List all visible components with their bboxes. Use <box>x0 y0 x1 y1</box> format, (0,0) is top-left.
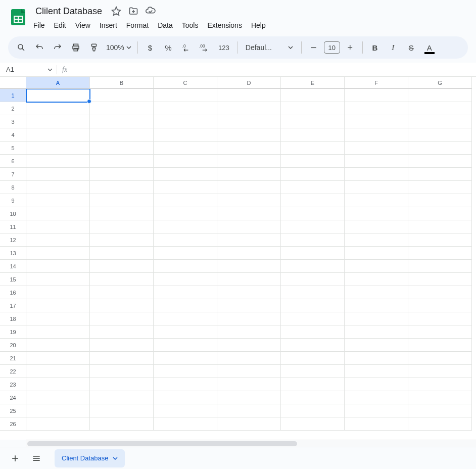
zoom-dropdown[interactable]: 100% <box>104 43 133 52</box>
col-header[interactable]: D <box>217 77 281 89</box>
cell[interactable] <box>345 391 408 404</box>
cell[interactable] <box>90 155 154 168</box>
cell[interactable] <box>217 194 281 207</box>
cell[interactable] <box>90 115 154 128</box>
cell[interactable] <box>90 181 154 194</box>
cell[interactable] <box>408 325 472 339</box>
add-sheet-button[interactable] <box>6 449 24 467</box>
cell[interactable] <box>90 352 154 365</box>
cell[interactable] <box>154 260 217 273</box>
cell[interactable] <box>281 102 345 115</box>
cell[interactable] <box>281 299 345 312</box>
row-header[interactable]: 22 <box>0 365 26 378</box>
cell[interactable] <box>26 247 90 260</box>
italic-button[interactable]: I <box>385 39 401 56</box>
name-box[interactable]: A1 <box>0 66 57 73</box>
cell[interactable] <box>217 339 281 352</box>
cell[interactable] <box>154 89 217 102</box>
cell[interactable] <box>90 89 154 102</box>
cell[interactable] <box>217 260 281 273</box>
row-header[interactable]: 7 <box>0 168 26 181</box>
all-sheets-button[interactable] <box>27 449 45 467</box>
cell[interactable] <box>281 247 345 260</box>
formula-input[interactable] <box>72 63 476 76</box>
cell[interactable] <box>281 352 345 365</box>
row-header[interactable]: 21 <box>0 352 26 365</box>
cell[interactable] <box>281 286 345 299</box>
cell[interactable] <box>281 168 345 181</box>
menu-extensions[interactable]: Extensions <box>203 19 246 31</box>
cell[interactable] <box>26 168 90 181</box>
cell[interactable] <box>154 220 217 233</box>
cell[interactable] <box>217 142 281 155</box>
cell[interactable] <box>217 220 281 233</box>
row-header[interactable]: 14 <box>0 260 26 273</box>
cell[interactable] <box>408 207 472 220</box>
row-header[interactable]: 9 <box>0 194 26 207</box>
cell[interactable] <box>90 233 154 247</box>
col-header[interactable]: F <box>345 77 408 89</box>
cell[interactable] <box>217 325 281 339</box>
currency-button[interactable]: $ <box>142 39 158 56</box>
cell[interactable] <box>217 115 281 128</box>
cell[interactable] <box>408 233 472 247</box>
cell[interactable] <box>408 247 472 260</box>
cell[interactable] <box>281 181 345 194</box>
cell[interactable] <box>281 312 345 325</box>
cell[interactable] <box>345 404 408 417</box>
cell[interactable] <box>154 168 217 181</box>
cell[interactable] <box>281 378 345 391</box>
row-header[interactable]: 20 <box>0 339 26 352</box>
cell[interactable] <box>26 299 90 312</box>
row-header[interactable]: 23 <box>0 378 26 391</box>
row-header[interactable]: 15 <box>0 273 26 286</box>
cell[interactable] <box>217 299 281 312</box>
cell[interactable] <box>26 339 90 352</box>
row-header[interactable]: 8 <box>0 181 26 194</box>
cell[interactable] <box>408 417 472 431</box>
cell[interactable] <box>154 155 217 168</box>
scrollbar-thumb[interactable] <box>27 441 297 446</box>
cell[interactable] <box>408 286 472 299</box>
cell[interactable] <box>26 194 90 207</box>
cell[interactable] <box>217 391 281 404</box>
cell[interactable] <box>345 299 408 312</box>
cell[interactable] <box>408 339 472 352</box>
cell[interactable] <box>26 378 90 391</box>
cell[interactable] <box>90 378 154 391</box>
row-header[interactable]: 10 <box>0 207 26 220</box>
cell[interactable] <box>281 404 345 417</box>
cell[interactable] <box>217 286 281 299</box>
row-header[interactable]: 12 <box>0 233 26 247</box>
undo-icon[interactable] <box>31 39 47 56</box>
cell[interactable] <box>217 378 281 391</box>
cell[interactable] <box>281 142 345 155</box>
move-folder-icon[interactable] <box>127 5 139 17</box>
cell[interactable] <box>90 299 154 312</box>
cell[interactable] <box>154 102 217 115</box>
cell[interactable] <box>217 207 281 220</box>
cell[interactable] <box>281 155 345 168</box>
cell[interactable] <box>345 339 408 352</box>
cell[interactable] <box>26 128 90 142</box>
cell[interactable] <box>345 352 408 365</box>
cell[interactable] <box>345 325 408 339</box>
cell[interactable] <box>26 89 90 102</box>
cell[interactable] <box>154 247 217 260</box>
cell[interactable] <box>26 233 90 247</box>
row-header[interactable]: 19 <box>0 325 26 339</box>
cell[interactable] <box>154 312 217 325</box>
cell[interactable] <box>345 89 408 102</box>
col-header[interactable]: B <box>90 77 154 89</box>
cell[interactable] <box>408 155 472 168</box>
cloud-status-icon[interactable] <box>145 5 157 17</box>
cell[interactable] <box>345 233 408 247</box>
cell[interactable] <box>217 128 281 142</box>
cell[interactable] <box>408 128 472 142</box>
cell[interactable] <box>26 404 90 417</box>
row-header[interactable]: 6 <box>0 155 26 168</box>
col-header[interactable]: E <box>281 77 345 89</box>
menu-data[interactable]: Data <box>154 19 177 31</box>
row-header[interactable]: 16 <box>0 286 26 299</box>
cell[interactable] <box>26 365 90 378</box>
